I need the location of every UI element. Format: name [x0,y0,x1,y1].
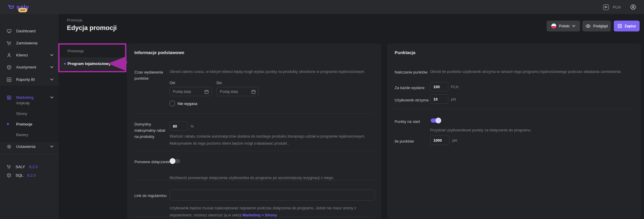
monitor-icon [6,29,12,34]
cart-icon [6,164,11,169]
points-card: Punktacja Naliczanie punktów Określ ile … [387,44,641,219]
topbar-actions: Bi PLN [603,4,636,10]
date-from-input[interactable] [170,87,212,96]
active-dot [64,63,66,65]
app-logo[interactable]: saly UAT [8,0,29,14]
sidebar: Dashboard Zamówienia Klienci A [0,14,59,219]
toggle-knob [170,158,175,164]
sidebar-subitem-label: Artykuły [16,101,30,105]
field-label-default-discount: Domyślny maksymalny rabat na produkty [134,121,169,140]
eye-icon [586,24,591,28]
version-number: 8.2.0 [27,173,36,178]
sidebar-subitem-label: Banery [16,133,28,137]
sidebar-subitem-label: Strony [16,111,27,116]
field-label-receive: Użytkownik otrzyma [395,97,429,103]
app-root: saly UAT Bi PLN Dashboard [0,0,644,219]
save-label: Zapisz [625,24,636,28]
section-title: Informacje podstawowe [134,50,184,55]
account-icon [630,4,636,10]
sidebar-subitem-promocje[interactable]: Promocje [0,119,59,129]
field-description-issue-period: Określ zakres czasu, w którym klienci bę… [170,69,375,74]
sidebar-item-label: Ustawienia [16,144,46,149]
calendar-icon[interactable] [204,90,209,94]
spend-amount-input[interactable] [430,82,448,91]
field-description-accrual: Określ ile punktów użytkownik otrzyma w … [430,69,633,74]
receive-unit: pkt [451,97,456,101]
spend-unit: PLN [451,85,458,89]
cart-icon [6,41,12,46]
version-name: SALY [16,165,25,169]
sidebar-item-label: Dashboard [16,29,53,33]
sidebar-item-ustawienia[interactable]: Ustawienia [0,141,59,153]
preview-label: Podgląd [593,24,608,28]
terms-link-input[interactable] [170,190,375,200]
field-label-spend: Za każde wydane [395,85,425,91]
sidebar-item-label: Zamówienia [16,41,53,45]
version-name: SQL [16,173,23,178]
topbar: saly UAT Bi PLN [0,0,644,14]
sidebar-item-label: Asortyment [16,65,46,69]
cube-icon [6,173,11,178]
rejoin-toggle[interactable] [170,158,181,164]
language-label: Polski [559,24,569,28]
row-divider [395,109,633,109]
svg-text:Bi: Bi [8,78,10,81]
sidebar-item-label: Klienci [16,53,46,57]
field-description-start-points: Przydziel użytkownikowi punkty za dołącz… [430,127,633,134]
version-number: 8.2.0 [29,165,38,169]
date-to-input[interactable] [217,87,259,96]
gear-icon [6,144,12,149]
sidebar-divider [0,154,59,155]
chevron-down-icon [50,54,53,56]
start-amount-unit: pkt [452,138,457,143]
sidebar-item-label: Raporty BI [16,77,46,82]
default-discount-input[interactable] [170,121,188,131]
no-expiry-label: Nie wygasa [178,101,197,106]
save-button[interactable]: Zapisz [614,21,640,31]
bi-icon: Bi [6,77,12,82]
row-divider [134,217,374,217]
version-row-sql: SQL 8.2.0 [0,171,59,180]
bi-icon: Bi [603,4,609,10]
poland-flag-icon [551,24,556,29]
field-label-accrual: Naliczanie punktów [395,69,427,75]
language-button[interactable]: Polski [547,21,580,31]
preview-button[interactable]: Podgląd [582,21,611,31]
breadcrumb[interactable]: Promocje [67,18,82,22]
sidebar-subitem-label: Promocje [16,122,32,126]
sidebar-subitem-banery[interactable]: Banery [0,129,59,140]
row-divider [134,113,374,114]
sidebar-item-raporty-bi[interactable]: Bi Raporty BI [0,73,59,86]
start-amount-input[interactable] [430,136,449,145]
subnav-item-program-lojalnosciowy[interactable]: Program lojalnościowy [60,57,125,70]
chevron-down-icon [50,146,53,148]
start-points-toggle[interactable] [430,118,441,123]
subnav-panel: Promocja Program lojalnościowy [60,45,125,70]
chevron-down-icon [50,78,53,81]
person-icon [6,53,12,58]
receive-points-input[interactable] [430,94,448,104]
no-expiry-checkbox[interactable] [170,101,175,106]
subnav-section-label: Promocja [67,49,84,53]
sidebar-item-klienci[interactable]: Klienci [0,49,59,61]
chevron-down-icon [572,25,575,27]
field-label-start-amount: Ile punktów [395,138,414,144]
sidebar-item-zamowienia[interactable]: Zamówienia [0,37,59,49]
basic-info-card: Informacje podstawowe Czas wydawania pun… [127,44,381,219]
chevron-down-icon [50,66,53,68]
save-icon [618,24,622,28]
subnav-item-label: Program lojalnościowy [67,61,111,66]
sidebar-subitem-strony[interactable]: Strony [0,108,59,119]
date-to-field[interactable] [220,89,251,94]
env-badge: UAT [18,8,27,12]
currency-label: PLN [613,5,621,9]
sidebar-subitem-artykuly[interactable]: Artykuły [0,98,59,108]
account-button[interactable] [630,4,636,10]
date-from-field[interactable] [173,89,204,94]
default-discount-unit: % [190,124,194,128]
sidebar-item-dashboard[interactable]: Dashboard [0,25,59,37]
section-title: Punktacja [395,50,415,55]
version-row-saly: SALY 8.2.0 [0,163,59,171]
sidebar-item-asortyment[interactable]: Asortyment [0,61,59,73]
calendar-icon[interactable] [251,90,256,94]
